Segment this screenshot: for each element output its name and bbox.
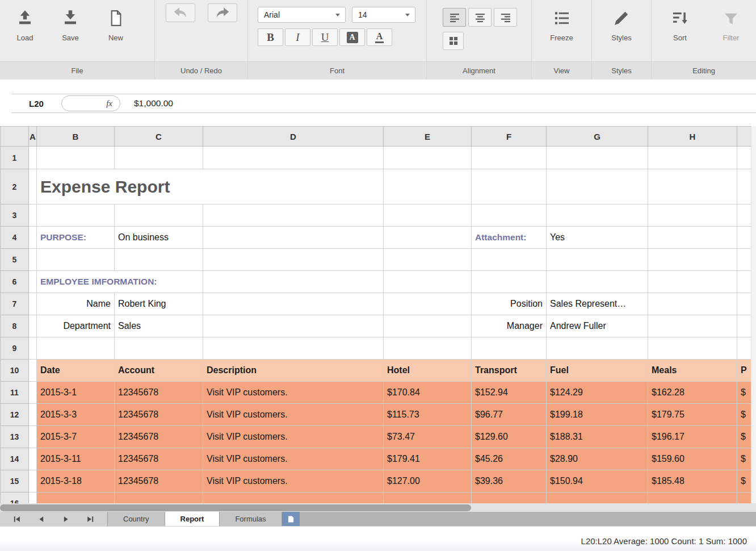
row-header-1[interactable]: 1 xyxy=(1,147,29,169)
freeze-button[interactable]: Freeze xyxy=(546,6,578,61)
cell-B10[interactable]: Date xyxy=(37,360,115,382)
cell-G11[interactable]: $124.29 xyxy=(547,382,648,404)
select-all-corner[interactable] xyxy=(1,127,29,147)
align-center-button[interactable] xyxy=(468,8,492,27)
cell-H1[interactable] xyxy=(648,147,737,169)
cell-H13[interactable]: $196.17 xyxy=(648,426,737,448)
cell-E13[interactable]: $73.47 xyxy=(384,426,472,448)
cell-C11[interactable]: 12345678 xyxy=(115,382,203,404)
cell-C5[interactable] xyxy=(115,249,203,271)
cell-A6[interactable] xyxy=(29,271,37,293)
underline-button[interactable]: U xyxy=(312,28,338,46)
row-header-12[interactable]: 12 xyxy=(1,404,29,426)
previous-sheet-button[interactable] xyxy=(33,514,49,525)
cell-A10[interactable] xyxy=(29,360,37,382)
row-header-2[interactable]: 2 xyxy=(1,169,29,204)
row-header-10[interactable]: 10 xyxy=(1,360,29,382)
cell-E12[interactable]: $115.73 xyxy=(384,404,472,426)
cell-D9[interactable] xyxy=(203,337,384,360)
cell-D12[interactable]: Visit VIP customers. xyxy=(203,404,384,426)
cell-G13[interactable]: $188.31 xyxy=(547,426,648,448)
cell-D5[interactable] xyxy=(203,249,384,271)
cell-G10[interactable]: Fuel xyxy=(547,360,648,382)
cell-D1[interactable] xyxy=(203,147,384,169)
cell-H14[interactable]: $159.60 xyxy=(648,448,737,470)
cell-H5[interactable] xyxy=(648,249,737,271)
cell-E5[interactable] xyxy=(384,249,472,271)
column-header-C[interactable]: C xyxy=(115,127,203,147)
cell-C9[interactable] xyxy=(115,337,203,360)
cell-A5[interactable] xyxy=(29,249,37,271)
row-header-3[interactable]: 3 xyxy=(1,204,29,227)
text-color-button[interactable]: A xyxy=(367,28,392,46)
bold-button[interactable]: B xyxy=(258,28,283,46)
cell-A3[interactable] xyxy=(29,204,37,227)
cell-E3[interactable] xyxy=(384,204,472,227)
cell-H16[interactable] xyxy=(648,492,737,504)
cell-B4[interactable]: PURPOSE: xyxy=(37,227,115,249)
cell-C4[interactable]: On business xyxy=(115,227,203,249)
cell-H12[interactable]: $179.75 xyxy=(648,404,737,426)
cell-B7[interactable]: Name xyxy=(37,293,115,315)
background-color-button[interactable]: A xyxy=(339,28,365,46)
cell-E11[interactable]: $170.84 xyxy=(384,382,472,404)
cell-A9[interactable] xyxy=(29,337,37,360)
cell-F10[interactable]: Transport xyxy=(472,360,547,382)
cell-H9[interactable] xyxy=(648,337,737,360)
align-left-button[interactable] xyxy=(443,8,466,27)
cell-F16[interactable] xyxy=(472,492,547,504)
redo-button[interactable] xyxy=(208,3,237,22)
cell-F13[interactable]: $129.60 xyxy=(472,426,547,448)
cell-H6[interactable] xyxy=(648,271,737,293)
cell-G5[interactable] xyxy=(547,249,648,271)
cell-D8[interactable] xyxy=(203,315,384,337)
cell-D16[interactable] xyxy=(203,492,384,504)
cell-D4[interactable] xyxy=(203,227,384,249)
cell-F7[interactable]: Position xyxy=(472,293,547,315)
cell-D3[interactable] xyxy=(203,204,384,227)
cell-G16[interactable] xyxy=(547,492,648,504)
row-header-8[interactable]: 8 xyxy=(1,315,29,337)
row-header-11[interactable]: 11 xyxy=(1,382,29,404)
cell-E16[interactable] xyxy=(384,492,472,504)
row-header-6[interactable]: 6 xyxy=(1,271,29,293)
formula-input[interactable]: $1,000.00 xyxy=(120,98,173,108)
cell-B8[interactable]: Department xyxy=(37,315,115,337)
column-header-G[interactable]: G xyxy=(547,127,648,147)
cell-A2[interactable] xyxy=(29,169,37,204)
cell-D15[interactable]: Visit VIP customers. xyxy=(203,470,384,492)
cell-D10[interactable]: Description xyxy=(203,360,384,382)
cell-F5[interactable] xyxy=(472,249,547,271)
column-header-D[interactable]: D xyxy=(203,127,384,147)
cell-D6[interactable] xyxy=(203,271,384,293)
cell-B14[interactable]: 2015-3-11 xyxy=(37,448,115,470)
vertical-scrollbar[interactable] xyxy=(751,126,756,503)
cell-A8[interactable] xyxy=(29,315,37,337)
column-header-F[interactable]: F xyxy=(472,127,547,147)
cell-G9[interactable] xyxy=(547,337,648,360)
font-size-select[interactable]: 14 xyxy=(352,7,415,23)
cell-A12[interactable] xyxy=(29,404,37,426)
column-header-E[interactable]: E xyxy=(384,127,472,147)
cell-F4[interactable]: Attachment: xyxy=(472,227,547,249)
cell-E4[interactable] xyxy=(384,227,472,249)
cell-H10[interactable]: Meals xyxy=(648,360,737,382)
cell-H15[interactable]: $185.48 xyxy=(648,470,737,492)
cell-C13[interactable]: 12345678 xyxy=(115,426,203,448)
cell-G15[interactable]: $150.94 xyxy=(547,470,648,492)
cell-B3[interactable] xyxy=(37,204,115,227)
cell-B5[interactable] xyxy=(37,249,115,271)
cell-G12[interactable]: $199.18 xyxy=(547,404,648,426)
cell-C8[interactable]: Sales xyxy=(115,315,203,337)
cell-A4[interactable] xyxy=(29,227,37,249)
cell-C15[interactable]: 12345678 xyxy=(115,470,203,492)
cell-G2[interactable] xyxy=(547,169,648,204)
cell-E6[interactable] xyxy=(384,271,472,293)
cell-D13[interactable]: Visit VIP customers. xyxy=(203,426,384,448)
scrollbar-thumb[interactable] xyxy=(0,504,471,511)
column-header-B[interactable]: B xyxy=(37,127,115,147)
row-header-5[interactable]: 5 xyxy=(1,249,29,271)
row-header-15[interactable]: 15 xyxy=(1,470,29,492)
filter-button[interactable]: Filter xyxy=(715,6,747,61)
cell-F8[interactable]: Manager xyxy=(472,315,547,337)
